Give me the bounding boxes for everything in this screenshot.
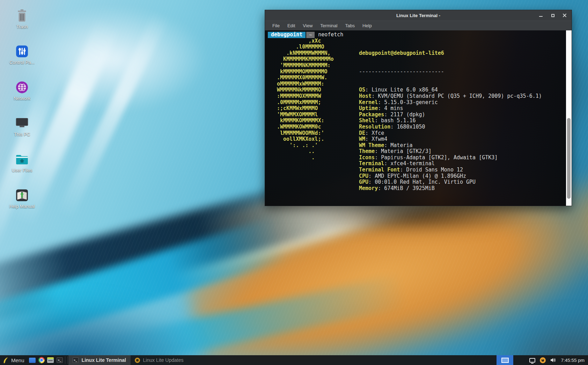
menu-button[interactable]: Menu: [0, 355, 28, 365]
neofetch-info-row: Host: KVM/QEMU (Standard PC (Q35 + ICH9,…: [359, 93, 566, 100]
desktop-icon-label: Help Manual: [9, 204, 35, 209]
terminal-scrollbar[interactable]: [566, 30, 572, 206]
neofetch-info-row: WM Theme: Materia: [359, 143, 566, 149]
menu-item-file[interactable]: File: [269, 22, 283, 29]
prompt-path-chip: ~: [306, 32, 315, 38]
neofetch-info-row: GPU: 00:01.0 Red Hat, Inc. Virtio GPU: [359, 179, 566, 185]
desktop-icon-help-manual[interactable]: Help Manual: [5, 189, 39, 209]
computer-icon: [15, 117, 29, 130]
tasklist-handle[interactable]: [65, 357, 68, 364]
menu-item-terminal[interactable]: Terminal: [317, 22, 340, 29]
neofetch-info-row: DE: Xfce: [359, 130, 566, 137]
titlebar[interactable]: Linux Lite Terminal -: [265, 10, 572, 21]
desktop: Trash Control Pa...: [0, 0, 588, 365]
neofetch-info-row: CPU: AMD EPYC-Milan (4) @ 1.896GHz: [359, 173, 566, 180]
updates-tray-icon[interactable]: [540, 357, 546, 363]
desktop-icon-label: Control Pa...: [9, 60, 35, 65]
menu-bar: FileEditViewTerminalTabsHelp: [265, 21, 572, 30]
maximize-button[interactable]: [551, 13, 555, 17]
neofetch-info: debugpoint@debugpoint-lite6 ------------…: [359, 38, 566, 206]
chrome-icon: [38, 357, 45, 363]
desktop-icon-network[interactable]: Network: [5, 81, 39, 101]
neofetch-info-row: Theme: Materia [GTK2/3]: [359, 148, 566, 155]
menu-item-help[interactable]: Help: [359, 22, 375, 29]
desktop-icon-label: This PC: [14, 132, 30, 137]
menu-item-view[interactable]: View: [300, 22, 316, 29]
workspace-pager[interactable]: [497, 355, 513, 365]
neofetch-info-row: Packages: 2117 (dpkg): [359, 112, 566, 118]
desktop-icon-trash[interactable]: Trash: [5, 9, 39, 29]
command-text: neofetch: [318, 32, 343, 38]
task-button-updates[interactable]: Linux Lite Updates: [131, 355, 193, 365]
menu-item-tabs[interactable]: Tabs: [342, 22, 358, 29]
desktop-icon-label: Network: [14, 96, 30, 101]
terminal-window: Linux Lite Terminal - FileEditViewTermin…: [265, 10, 572, 206]
file-manager-icon: [47, 357, 54, 363]
neofetch-output: ,xXc .l0MMMMMO .kNMMMMMWMMMN, KMMMMMMKMM…: [268, 38, 566, 206]
menu-item-edit[interactable]: Edit: [284, 22, 298, 29]
desktop-icon-label: Trash: [16, 24, 28, 29]
neofetch-info-row: OS: Linux Lite 6.0 x86_64: [359, 87, 566, 93]
chrome-launcher[interactable]: [37, 355, 46, 365]
neofetch-info-row: Icons: Papirus-Adapta [GTK2], Adwaita [G…: [359, 155, 566, 161]
neofetch-info-row: Resolution: 1680x1050: [359, 124, 566, 130]
neofetch-info-row: Memory: 674MiB / 3925MiB: [359, 185, 566, 192]
desktop-icon-label: User Files: [12, 168, 32, 173]
neofetch-separator: ---------------------------: [359, 69, 566, 75]
terminal-content[interactable]: debugpoint ~ neofetch ,xXc .l0MMMMMO .kN…: [265, 30, 566, 206]
linux-lite-logo-icon: [3, 357, 9, 364]
neofetch-info-row: Shell: bash 5.1.16: [359, 118, 566, 124]
menu-button-label: Menu: [11, 357, 24, 363]
home-folder-icon: [15, 153, 29, 166]
help-book-icon: [15, 189, 29, 202]
desktop-icon-user-files[interactable]: User Files: [5, 153, 39, 173]
pager-window-icon: [501, 358, 509, 363]
window-controls: [539, 10, 567, 21]
desktop-icon-this-pc[interactable]: This PC: [5, 117, 39, 137]
task-label: Linux Lite Terminal -: [82, 357, 126, 363]
neofetch-info-row: Terminal Font: Droid Sans Mono 12: [359, 167, 566, 173]
taskbar: Menu >_ >_ Linux Lite Terminal - Linux L…: [0, 355, 588, 365]
minimize-button[interactable]: [539, 13, 543, 17]
neofetch-header: debugpoint@debugpoint-lite6: [359, 50, 566, 57]
neofetch-info-row: Kernel: 5.15.0-33-generic: [359, 100, 566, 106]
prompt-user-chip: debugpoint: [268, 32, 306, 38]
show-desktop-button[interactable]: [28, 355, 37, 365]
scrollbar-thumb[interactable]: [567, 118, 571, 199]
task-button-terminal[interactable]: >_ Linux Lite Terminal -: [68, 355, 131, 365]
window-title: Linux Lite Terminal -: [265, 13, 572, 18]
desktop-icon-control-panel[interactable]: Control Pa...: [5, 45, 39, 65]
file-manager-launcher[interactable]: [46, 355, 55, 365]
neofetch-info-list: OS: Linux Lite 6.0 x86_64Host: KVM/QEMU …: [359, 87, 566, 191]
volume-icon[interactable]: [550, 357, 556, 363]
trash-icon: [15, 9, 29, 22]
terminal-icon: >_: [57, 357, 63, 363]
terminal-body: debugpoint ~ neofetch ,xXc .l0MMMMMO .kN…: [265, 30, 572, 206]
terminal-launcher[interactable]: >_: [55, 355, 64, 365]
command-line: debugpoint ~ neofetch: [268, 32, 566, 38]
neofetch-info-row: Uptime: 4 mins: [359, 105, 566, 112]
system-tray: 7:45:55 pm: [529, 357, 588, 363]
display-tray-icon[interactable]: [529, 358, 535, 363]
control-panel-icon: [15, 45, 29, 58]
close-button[interactable]: [563, 13, 567, 17]
clock[interactable]: 7:45:55 pm: [561, 358, 585, 363]
show-desktop-icon: [29, 358, 36, 363]
neofetch-info-row: Terminal: xfce4-terminal: [359, 161, 566, 167]
updates-icon: [135, 358, 140, 363]
task-label: Linux Lite Updates: [143, 357, 184, 363]
neofetch-info-row: WM: Xfwm4: [359, 136, 566, 143]
terminal-icon: >_: [73, 357, 79, 363]
color-palette: [359, 205, 566, 206]
neofetch-ascii-art: ,xXc .l0MMMMMO .kNMMMMMWMMMN, KMMMMMMKMM…: [268, 38, 359, 206]
network-globe-icon: [15, 81, 29, 94]
